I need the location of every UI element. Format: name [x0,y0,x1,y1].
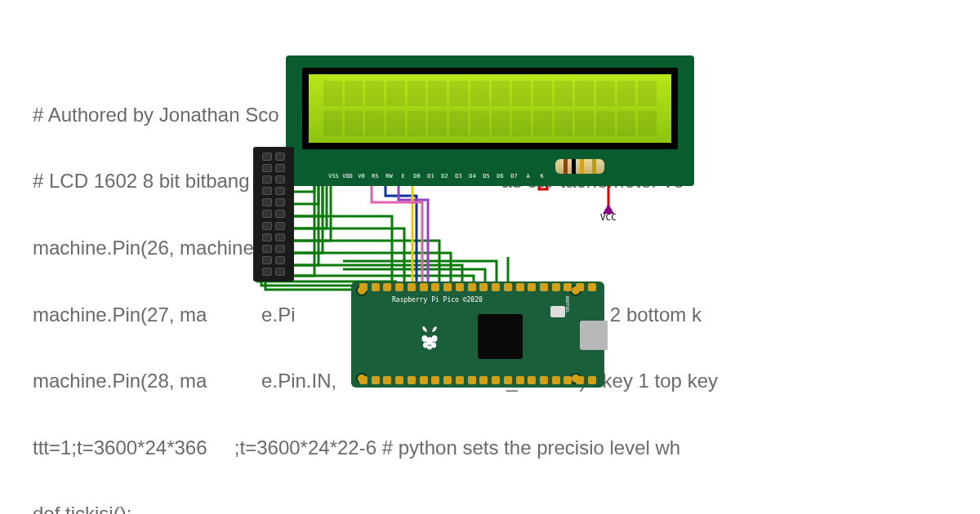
header-pin [275,198,285,206]
lcd-char [428,111,447,136]
pico-pin-row-bottom [359,376,596,386]
header-row [256,245,292,253]
pico-pin [564,376,572,384]
pico-pin [588,283,596,291]
vcc-label: VCC [600,212,617,223]
lcd-char [449,81,468,106]
lcd-char [555,81,573,106]
header-pin [262,233,272,241]
pico-pin [383,376,391,384]
pico-pin [479,283,488,291]
pin-header-block [253,147,294,281]
header-pin [262,210,272,218]
lcd-char [512,111,531,136]
pico-pin [468,376,476,384]
pico-pin [456,283,464,291]
code-line: ttt=1;t=3600*24*366 ;t=3600*24*22-6 # py… [33,432,980,465]
lcd-char [345,111,363,136]
lcd-char [386,81,405,106]
header-pin [262,153,272,161]
pico-pin [383,283,391,291]
resistor-body [555,159,604,174]
micro-usb-port[interactable] [580,321,608,350]
bootsel-button[interactable] [550,306,565,317]
lcd-pin-label: D3 [452,173,466,179]
lcd-pin-label: D6 [493,173,507,179]
header-row [256,256,292,264]
lcd-char [365,111,384,136]
lcd-char [492,111,510,136]
lcd-char [533,111,552,136]
pico-pin [408,283,416,291]
pico-pin [359,283,368,291]
lcd-pin-label: K [535,173,549,179]
lcd-char [323,81,342,106]
lcd-row-2 [323,111,657,136]
lcd-pin-label: RW [382,173,396,179]
raspberry-pi-logo-icon [412,321,447,355]
pico-pin [372,283,380,291]
lcd-pin-label: D1 [424,173,438,179]
lcd-char [555,111,573,136]
lcd-char [596,111,615,136]
lcd-char [386,111,405,136]
pico-pin [552,283,560,291]
lcd-char [638,111,657,136]
header-pin [275,164,285,172]
pico-pin [492,283,500,291]
pico-pin [372,376,380,384]
pico-pin [528,376,536,384]
header-pin [275,153,285,161]
lcd-char [365,81,384,106]
raspberry-pi-pico: Raspberry Pi Pico ©2020 BOOTSEL [351,281,604,388]
pico-label: Raspberry Pi Pico ©2020 [392,296,483,304]
pico-pin [588,376,596,384]
code-line: machine.Pin(26, machine.Pi [33,232,980,265]
header-pin [275,233,285,241]
header-row [256,175,292,184]
lcd-pin-label: VDD [341,173,354,179]
header-row [256,187,292,195]
lcd-char [492,81,510,106]
pico-pin [420,376,428,384]
pico-pin [540,283,548,291]
header-pin [275,245,285,253]
pico-pin [504,283,512,291]
resistor [555,159,604,174]
pico-pin [528,283,536,291]
lcd-row-1 [323,81,657,106]
pico-pin [359,376,368,384]
lcd-char [512,81,531,106]
pico-pin [431,376,439,384]
header-pin [275,256,285,264]
header-pin [262,164,272,172]
pico-pin [576,283,584,291]
pico-pin [456,376,464,384]
lcd-char [408,111,426,136]
header-pin [262,268,272,276]
lcd-char [617,111,636,136]
lcd-char [470,111,489,136]
pico-pin [492,376,500,384]
lcd-char [575,81,594,106]
header-pin [262,187,272,195]
pico-pin [516,376,524,384]
resistor-band-4 [592,159,596,174]
lcd-char [575,111,594,136]
rp2040-chip [478,314,523,359]
svg-point-2 [432,335,438,342]
header-pin [262,256,272,264]
lcd-pin-label: V0 [354,173,368,179]
header-row [256,153,292,161]
header-pin [262,222,272,230]
lcd-screen [309,74,671,143]
pico-pin [516,283,524,291]
pico-pin [431,283,439,291]
lcd-char [323,111,342,136]
lcd-char [533,81,552,106]
pico-pin [395,376,403,384]
header-row [256,210,292,218]
pico-pin [564,283,572,291]
pico-pin [468,283,476,291]
header-pin [262,175,272,184]
